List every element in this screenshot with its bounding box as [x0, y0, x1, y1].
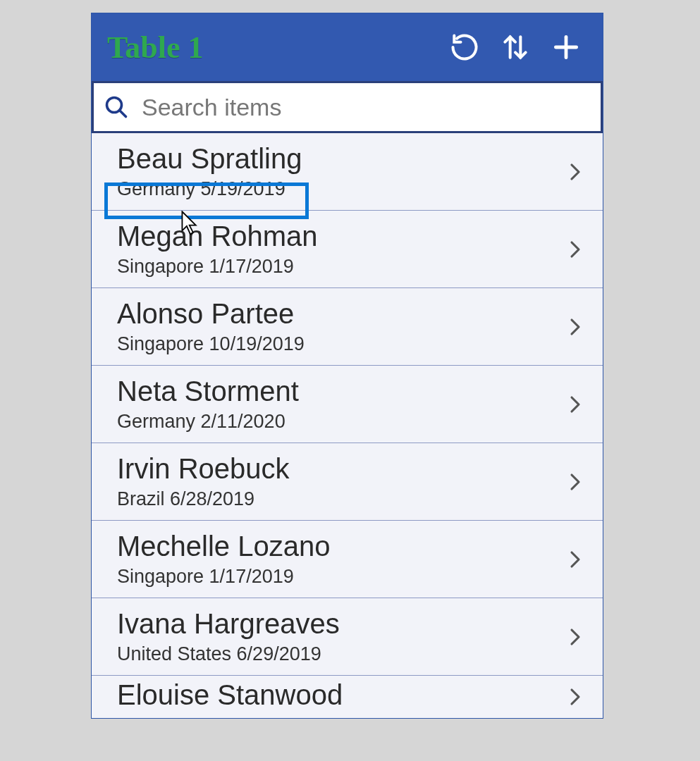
item-subtitle: Singapore 10/19/2019 [117, 333, 565, 355]
item-title: Irvin Roebuck [117, 453, 565, 484]
add-button[interactable] [545, 26, 587, 68]
app-header: Table 1 [92, 13, 603, 81]
item-title: Alonso Partee [117, 298, 565, 329]
item-list: Beau Spratling Germany 5/19/2019 Megan R… [92, 133, 603, 718]
chevron-right-icon [565, 158, 586, 186]
item-title: Beau Spratling [117, 143, 565, 174]
chevron-right-icon [565, 468, 586, 496]
chevron-right-icon [565, 390, 586, 419]
item-subtitle: Brazil 6/28/2019 [117, 488, 565, 510]
search-icon [104, 94, 129, 120]
item-title: Elouise Stanwood [117, 679, 565, 710]
list-item[interactable]: Mechelle Lozano Singapore 1/17/2019 [92, 521, 603, 598]
refresh-icon [449, 32, 480, 63]
sort-icon [500, 32, 531, 63]
list-item[interactable]: Neta Storment Germany 2/11/2020 [92, 366, 603, 443]
app-frame: Table 1 [91, 13, 603, 719]
refresh-button[interactable] [443, 26, 486, 68]
list-item[interactable]: Elouise Stanwood [92, 676, 603, 718]
item-subtitle: Germany 5/19/2019 [117, 178, 565, 200]
chevron-right-icon [565, 313, 586, 341]
list-item[interactable]: Ivana Hargreaves United States 6/29/2019 [92, 598, 603, 676]
add-icon [551, 32, 582, 63]
svg-line-5 [120, 111, 126, 117]
search-bar[interactable] [92, 81, 603, 133]
list-item[interactable]: Irvin Roebuck Brazil 6/28/2019 [92, 443, 603, 521]
list-item[interactable]: Alonso Partee Singapore 10/19/2019 [92, 288, 603, 366]
list-item[interactable]: Beau Spratling Germany 5/19/2019 [92, 133, 603, 211]
item-subtitle: United States 6/29/2019 [117, 643, 565, 665]
search-input[interactable] [142, 94, 591, 121]
chevron-right-icon [565, 623, 586, 651]
item-title: Ivana Hargreaves [117, 608, 565, 639]
item-subtitle: Singapore 1/17/2019 [117, 566, 565, 588]
sort-button[interactable] [494, 26, 536, 68]
item-title: Neta Storment [117, 376, 565, 407]
chevron-right-icon [565, 235, 586, 264]
item-title: Megan Rohman [117, 221, 565, 252]
item-title: Mechelle Lozano [117, 531, 565, 562]
page-title: Table 1 [107, 30, 435, 66]
item-subtitle: Singapore 1/17/2019 [117, 256, 565, 278]
list-item[interactable]: Megan Rohman Singapore 1/17/2019 [92, 211, 603, 288]
chevron-right-icon [565, 683, 586, 711]
item-subtitle: Germany 2/11/2020 [117, 411, 565, 433]
chevron-right-icon [565, 545, 586, 574]
